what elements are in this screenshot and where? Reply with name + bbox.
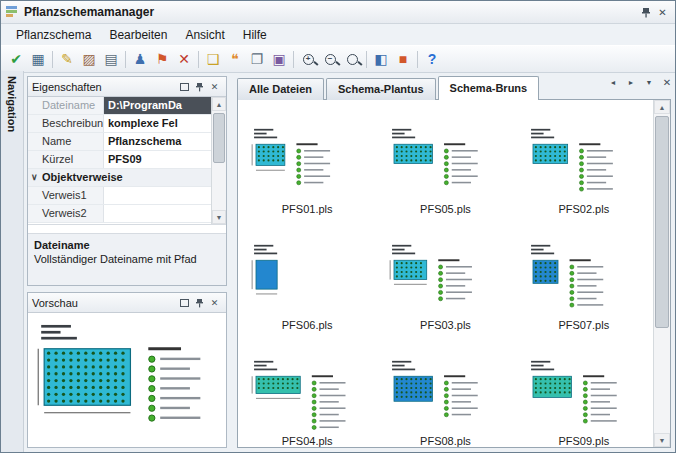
file-item-pfs01-pls[interactable]: PFS01.pls (238, 102, 376, 218)
file-item-pfs02-pls[interactable]: PFS02.pls (515, 102, 653, 218)
property-value[interactable] (104, 187, 211, 204)
property-label: Verweis1 (28, 187, 104, 204)
left-panel-column: Eigenschaften ✕ DateinameD:\ProgramDaBes… (24, 71, 230, 452)
tab-schema-bruns[interactable]: Schema-Bruns (438, 76, 540, 100)
property-row-k-rzel[interactable]: KürzelPFS09 (28, 151, 211, 169)
property-label: Beschreibung (28, 115, 104, 132)
main-scrollbar[interactable]: ▲ ▼ (653, 100, 670, 447)
properties-panel-header: Eigenschaften ✕ (28, 77, 226, 97)
scroll-down-icon[interactable]: ▼ (212, 210, 226, 224)
menu-item-pflanzschema[interactable]: Pflanzschema (7, 26, 100, 44)
chevron-down-icon[interactable]: ∨ (31, 169, 42, 186)
tab-alle-dateien[interactable]: Alle Dateien (237, 78, 324, 100)
pin-button[interactable] (637, 4, 654, 20)
paste-icon[interactable]: ▣ (268, 48, 290, 70)
property-grid-scrollbar[interactable]: ▲ ▼ (211, 97, 226, 224)
menu-bar: Pflanzschema Bearbeiten Ansicht Hilfe (1, 24, 675, 45)
scroll-track[interactable] (212, 111, 226, 210)
flag-icon[interactable]: ⚑ (151, 48, 173, 70)
float-button[interactable] (177, 80, 192, 94)
scroll-down-icon[interactable]: ▼ (654, 433, 670, 447)
property-description: Dateiname Vollständiger Dateiname mit Pf… (28, 233, 226, 285)
file-thumbnail (248, 125, 366, 202)
toolbar-separator (52, 51, 53, 68)
file-thumbnail (386, 241, 504, 318)
delete-icon[interactable]: ✕ (173, 48, 195, 70)
zoom-out-icon[interactable]: − (319, 48, 341, 70)
file-item-pfs03-pls[interactable]: PFS03.pls (376, 218, 514, 334)
property-value[interactable]: D:\ProgramDa (104, 97, 211, 114)
comment-icon[interactable]: ❝ (224, 48, 246, 70)
menu-item-ansicht[interactable]: Ansicht (176, 26, 233, 44)
copy-icon[interactable]: ❐ (246, 48, 268, 70)
toolbar-separator (417, 51, 418, 68)
property-value[interactable]: Pflanzschema (104, 133, 211, 150)
scroll-up-icon[interactable]: ▲ (654, 100, 670, 114)
scroll-up-icon[interactable]: ▲ (212, 97, 226, 111)
scroll-thumb[interactable] (655, 116, 669, 328)
property-row-dateiname[interactable]: DateinameD:\ProgramDa (28, 97, 211, 115)
property-value[interactable]: PFS09 (104, 151, 211, 168)
property-row-verweis2[interactable]: Verweis2 (28, 205, 211, 223)
float-icon (180, 83, 189, 91)
preview-panel-header: Vorschau ✕ (28, 293, 226, 313)
color-icon[interactable]: ■ (392, 48, 414, 70)
erase-icon[interactable]: ▨ (78, 48, 100, 70)
file-item-pfs06-pls[interactable]: PFS06.pls (238, 218, 376, 334)
navigation-tab-label[interactable]: Navigation (6, 71, 18, 452)
close-button[interactable]: ✕ (654, 4, 671, 20)
property-description-title: Dateiname (34, 239, 220, 251)
user-icon[interactable]: ♟ (129, 48, 151, 70)
edit-icon[interactable]: ✎ (56, 48, 78, 70)
property-value[interactable]: komplexe Fel (104, 115, 211, 132)
preview-image (28, 313, 226, 447)
property-row-verweis1[interactable]: Verweis1 (28, 187, 211, 205)
pin-button[interactable] (192, 80, 207, 94)
confirm-icon[interactable]: ✔ (5, 48, 27, 70)
file-item-pfs04-pls[interactable]: PFS04.pls (238, 334, 376, 447)
preview-panel-title: Vorschau (32, 297, 177, 309)
file-item-pfs09-pls[interactable]: PFS09.pls (515, 334, 653, 447)
property-row-name[interactable]: NamePflanzschema (28, 133, 211, 151)
file-item-pfs08-pls[interactable]: PFS08.pls (376, 334, 514, 447)
float-button[interactable] (177, 296, 192, 310)
pin-button[interactable] (192, 296, 207, 310)
close-panel-button[interactable]: ✕ (207, 80, 222, 94)
file-thumbnail (525, 357, 643, 434)
property-value[interactable] (104, 205, 211, 222)
file-name: PFS08.pls (420, 435, 471, 447)
menu-item-hilfe[interactable]: Hilfe (234, 26, 276, 44)
menu-item-bearbeiten[interactable]: Bearbeiten (100, 26, 176, 44)
toolbar-separator (125, 51, 126, 68)
property-description-text: Vollständiger Dateiname mit Pfad (34, 253, 220, 265)
toolbar: ✔▦✎▨▤♟⚑✕❑❝❐▣+−◧■? (1, 45, 675, 73)
property-row-objektverweise[interactable]: ∨Objektverweise (28, 169, 211, 187)
close-panel-button[interactable]: ✕ (207, 296, 222, 310)
scroll-track[interactable] (654, 114, 670, 433)
pin-icon (195, 82, 204, 92)
tab-page: PFS01.plsPFS05.plsPFS02.plsPFS06.plsPFS0… (237, 99, 671, 448)
display-icon[interactable]: ◧ (370, 48, 392, 70)
table-icon[interactable]: ▦ (27, 48, 49, 70)
new-file-icon[interactable]: ❑ (202, 48, 224, 70)
main-area: Alle DateienSchema-PlantusSchema-Bruns ◄… (230, 71, 675, 452)
file-thumbnail (525, 125, 643, 202)
zoom-in-icon[interactable]: + (297, 48, 319, 70)
app-window: Pflanzschemamanager ✕ Pflanzschema Bearb… (0, 0, 676, 453)
toolbar-separator (366, 51, 367, 68)
help-icon[interactable]: ? (421, 48, 443, 70)
file-item-pfs07-pls[interactable]: PFS07.pls (515, 218, 653, 334)
tab-schema-plantus[interactable]: Schema-Plantus (326, 78, 436, 100)
file-grid: PFS01.plsPFS05.plsPFS02.plsPFS06.plsPFS0… (238, 100, 653, 447)
property-group-label: Objektverweise (42, 169, 123, 186)
file-name: PFS07.pls (558, 319, 609, 331)
navigation-strip[interactable]: Navigation (1, 71, 24, 452)
print-icon[interactable]: ▤ (100, 48, 122, 70)
file-name: PFS09.pls (558, 435, 609, 447)
file-item-pfs05-pls[interactable]: PFS05.pls (376, 102, 514, 218)
file-name: PFS02.pls (558, 203, 609, 215)
zoom-icon[interactable] (341, 48, 363, 70)
property-row-beschreibung[interactable]: Beschreibungkomplexe Fel (28, 115, 211, 133)
scroll-thumb[interactable] (213, 113, 225, 163)
file-name: PFS03.pls (420, 319, 471, 331)
